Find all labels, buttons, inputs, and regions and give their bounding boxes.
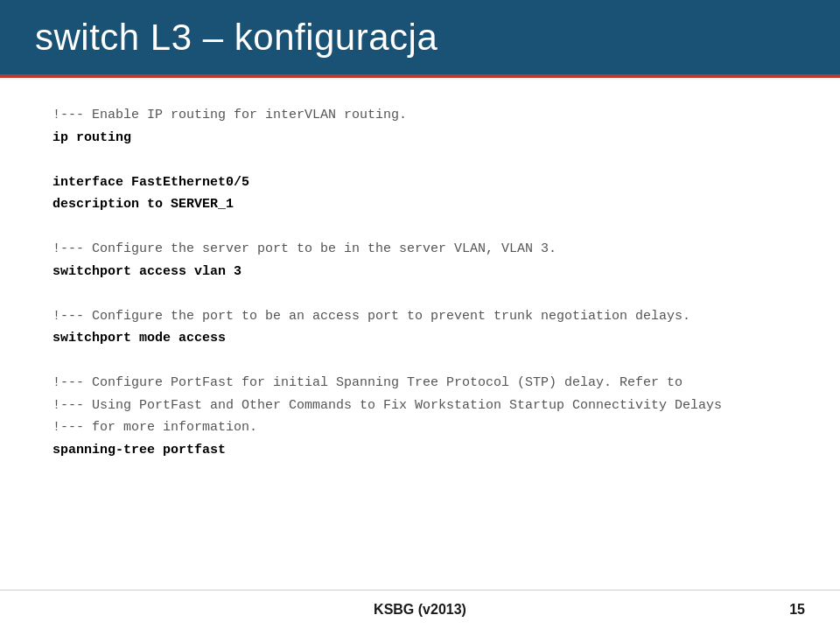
slide-title: switch L3 – konfiguracja [35,17,438,59]
footer-center-text: KSBG (v2013) [35,602,805,618]
code-line: switchport access vlan 3 [52,261,788,283]
slide-container: switch L3 – konfiguracja !--- Enable IP … [0,0,840,629]
code-line: !--- Configure PortFast for initial Span… [52,372,788,395]
slide-footer: KSBG (v2013) 15 [0,590,840,629]
code-line [52,216,788,239]
code-line: !--- Using PortFast and Other Commands t… [52,395,788,417]
code-line: !--- Configure the port to be an access … [52,305,788,328]
footer-page-number: 15 [789,602,805,618]
code-line: ip routing [52,127,788,150]
code-line: !--- for more information. [52,416,788,439]
code-line: description to SERVER_1 [52,193,788,216]
code-line [52,283,788,305]
code-line: spanning-tree portfast [52,439,788,462]
code-line [52,350,788,373]
code-line: !--- Configure the server port to be in … [52,238,788,261]
code-line: switchport mode access [52,327,788,350]
slide-header: switch L3 – konfiguracja [0,0,840,74]
slide-content: !--- Enable IP routing for interVLAN rou… [0,78,840,514]
code-line [52,149,788,171]
code-line: interface FastEthernet0/5 [52,171,788,194]
code-line: !--- Enable IP routing for interVLAN rou… [52,104,788,127]
code-block: !--- Enable IP routing for interVLAN rou… [52,104,788,461]
